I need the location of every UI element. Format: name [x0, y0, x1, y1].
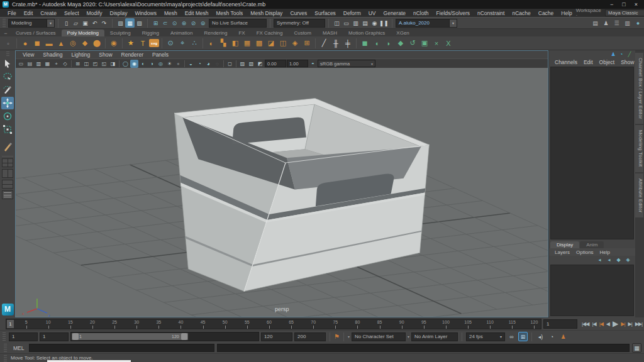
shelf-tab[interactable]: Custom — [288, 30, 317, 36]
menu-item[interactable]: Edit — [20, 10, 37, 16]
playback-end-field[interactable]: 120 — [261, 332, 292, 341]
command-input[interactable] — [29, 344, 214, 352]
maximize-button[interactable]: □ — [622, 1, 625, 8]
channel-box-menu-item[interactable]: Channels — [552, 59, 580, 65]
snap-to-origin-icon[interactable]: ∴ — [189, 38, 200, 49]
command-line-grip[interactable] — [4, 344, 7, 353]
animation-end-field[interactable]: 200 — [294, 332, 326, 341]
viewport-menu-item[interactable]: Panels — [148, 52, 173, 58]
combine-icon[interactable]: ◐ — [206, 38, 217, 49]
menu-item[interactable]: Display — [106, 10, 131, 16]
step-forward-key-button[interactable]: ▶| — [626, 321, 633, 327]
select-component-icon[interactable]: ▨ — [135, 18, 144, 28]
menu-item[interactable]: Modify — [83, 10, 106, 16]
ipr-render-icon[interactable]: ▭ — [341, 18, 351, 28]
retopologize-icon[interactable]: ↺ — [407, 38, 418, 49]
user-account-field[interactable]: A.aluko_2020 — [396, 19, 450, 28]
tool-settings-toggle-icon[interactable]: ● — [633, 18, 643, 28]
viewport-menu-item[interactable]: Renderer — [117, 52, 148, 58]
viewport-menu-item[interactable]: View — [18, 52, 38, 58]
step-back-key-button[interactable]: |◀ — [591, 321, 597, 327]
snap-projected-icon[interactable]: ⊛ — [179, 18, 189, 28]
ik-handle-icon[interactable]: ⌖ — [177, 38, 188, 49]
character-set-caret[interactable]: ▾ — [348, 334, 350, 339]
undo-icon[interactable]: ↶ — [90, 18, 99, 28]
layer-editor-tab[interactable]: Anim — [580, 241, 604, 248]
image-plane-icon[interactable]: ▦ — [43, 60, 52, 68]
last-tool-icon[interactable] — [1, 141, 14, 153]
move-tool[interactable] — [1, 97, 14, 109]
save-scene-icon[interactable]: ▣ — [80, 18, 90, 28]
shelf-tab[interactable]: Rigging — [136, 30, 165, 36]
select-object-icon[interactable]: ▦ — [125, 18, 135, 28]
minimize-button[interactable]: − — [610, 1, 613, 8]
range-start-handle[interactable] — [72, 333, 79, 340]
menuset-caret[interactable]: ▾ — [47, 19, 55, 28]
extrude-icon[interactable]: ◪ — [265, 38, 277, 49]
close-button[interactable]: × — [635, 1, 638, 8]
gamma-field[interactable]: 1.00 — [287, 60, 308, 67]
platonic-solid-icon[interactable]: ◉ — [108, 38, 119, 49]
channel-box-empty-area[interactable] — [550, 67, 634, 239]
svg-tool-icon[interactable]: svg — [149, 39, 159, 47]
current-frame-field[interactable]: 1 — [543, 319, 577, 329]
bool-difference-icon[interactable]: ◖ — [371, 38, 382, 49]
poly-sphere-icon[interactable]: ● — [19, 38, 31, 49]
menu-item[interactable]: Windows — [131, 10, 160, 16]
oriented-camera-icon[interactable]: ◇ — [61, 60, 69, 68]
new-scene-icon[interactable]: ▯ — [62, 18, 71, 28]
sculpt-sphere-icon[interactable]: ⊞ — [301, 38, 313, 49]
user-caret[interactable]: ▾ — [450, 19, 457, 28]
shelf-tab[interactable]: FX Caching — [251, 30, 289, 36]
script-editor-icon[interactable]: ▦ — [632, 343, 641, 353]
material-mode-icon[interactable]: ◑ — [148, 60, 156, 68]
play-forwards-button[interactable]: ▶ — [611, 319, 619, 328]
poly-torus-icon[interactable]: ◎ — [67, 38, 79, 49]
layer-editor-menu-item[interactable]: Options — [573, 250, 597, 255]
anim-layer-dropdown[interactable]: No Anim Layer — [411, 332, 458, 341]
bridge-icon[interactable]: ◫ — [277, 38, 289, 49]
command-language-toggle[interactable]: MEL — [11, 345, 26, 351]
poly-cube-icon[interactable]: ◼ — [31, 38, 43, 49]
open-scene-icon[interactable]: ▱ — [71, 18, 80, 28]
fps-dropdown[interactable]: 24 fps ▾ — [466, 332, 505, 341]
attribute-editor-toggle-icon[interactable]: ▥ — [623, 18, 632, 28]
poly-disc-icon[interactable]: ⬤ — [91, 38, 103, 49]
joint-tool-icon[interactable]: ⊙ — [165, 38, 176, 49]
super-shape-icon[interactable]: ★ — [125, 38, 136, 49]
go-to-start-button[interactable]: |◀◀ — [580, 321, 590, 327]
menu-item[interactable]: File — [4, 10, 20, 16]
time-slider[interactable]: 5101520253035404550556065707580859095100… — [6, 319, 541, 329]
bool-union-icon[interactable]: ◼ — [359, 38, 370, 49]
outliner-toggle-icon[interactable]: ▤ — [591, 18, 600, 28]
character-set-icon[interactable]: ♟ — [610, 52, 616, 58]
wireframe-mode-icon[interactable]: ◯ — [121, 60, 130, 68]
drag-grip[interactable] — [3, 19, 6, 28]
shelf-tab[interactable]: Poly Modeling — [62, 30, 104, 36]
playback-start-field[interactable]: 1 — [40, 332, 69, 341]
poly-cone-icon[interactable]: ▲ — [55, 38, 67, 49]
viewport-menu-item[interactable]: Show — [94, 52, 116, 58]
current-frame-marker[interactable]: 1 — [7, 320, 14, 328]
xray-icon[interactable]: ▨ — [238, 60, 247, 68]
poly-plane-icon[interactable]: ◆ — [79, 38, 91, 49]
shelf-collapse-icon[interactable]: − — [1, 30, 10, 36]
range-slider-bar[interactable]: 1 120 — [72, 333, 188, 340]
snap-grid-icon[interactable]: ⊞ — [151, 18, 160, 28]
render-settings-icon[interactable]: ▥ — [351, 18, 360, 28]
empty-layer-icon[interactable]: ◆ — [615, 256, 622, 263]
layer-editor-tab[interactable]: Display — [550, 241, 579, 248]
menuset-selector[interactable]: Modeling — [8, 19, 47, 28]
viewport-menu-item[interactable]: Shading — [38, 52, 67, 58]
ambient-occlusion-icon[interactable]: ◒ — [187, 60, 195, 68]
menu-item[interactable]: Mesh Display — [247, 10, 286, 16]
channel-box-menu-item[interactable]: Object — [596, 59, 618, 65]
camera-attrs-icon[interactable]: ▤ — [26, 60, 34, 68]
sidebar-tab[interactable]: Channel Box / Layer Editor — [635, 53, 643, 124]
redo-icon[interactable]: ↷ — [99, 18, 109, 28]
shelf-tab[interactable]: Animation — [165, 30, 199, 36]
select-hierarchy-icon[interactable]: ▧ — [116, 18, 125, 28]
shelf-tab[interactable]: Sculpting — [104, 30, 136, 36]
menu-item[interactable]: Mesh Tools — [213, 10, 247, 16]
range-end-handle[interactable] — [181, 333, 187, 340]
